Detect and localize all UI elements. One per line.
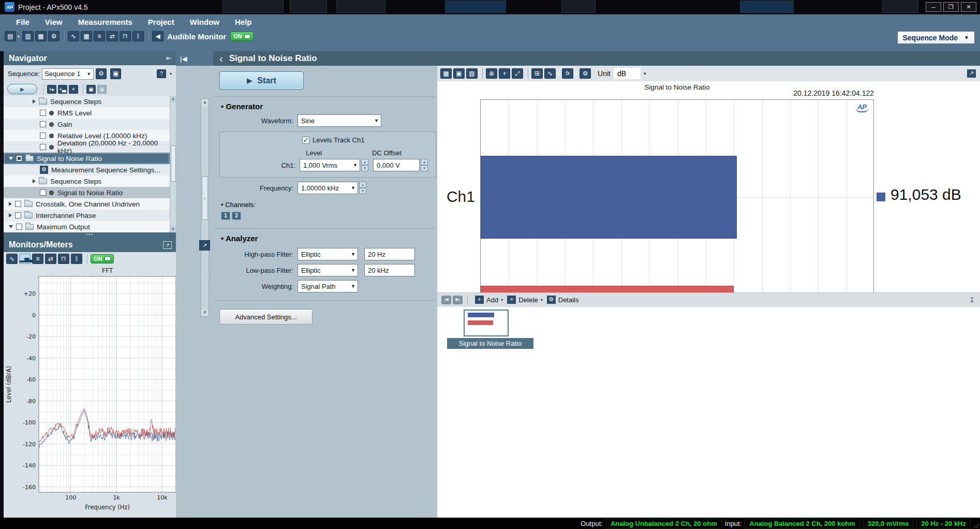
chevron-down-icon[interactable]: ▾ xyxy=(575,71,577,76)
tree-item[interactable]: Sequence Steps xyxy=(4,96,170,107)
popout-settings-icon[interactable]: ↗ xyxy=(199,240,210,251)
tree-item[interactable]: Gain xyxy=(4,119,170,130)
first-result-icon[interactable]: |◀ xyxy=(441,296,451,304)
audible-monitor-toggle[interactable]: ON xyxy=(230,32,254,41)
lp-filter-select[interactable]: Elliptic ▼ xyxy=(298,264,358,276)
scroll-up-icon[interactable]: ▲ xyxy=(170,96,176,102)
fx-icon[interactable]: fx xyxy=(562,68,573,79)
collapse-icon[interactable] xyxy=(9,157,13,160)
popout-graph-icon[interactable]: ↗ xyxy=(967,69,976,78)
details-button[interactable]: ⚙ Details xyxy=(547,296,579,304)
add-sequence-step-icon[interactable]: +▸ xyxy=(47,85,56,94)
tree-checkbox[interactable] xyxy=(16,224,22,230)
scroll-down-icon[interactable]: ▼ xyxy=(201,309,209,316)
project-settings-icon[interactable]: ⚙ xyxy=(48,31,60,41)
tree-checkbox[interactable] xyxy=(40,144,46,150)
panel-splitter[interactable]: ••• xyxy=(4,232,176,238)
list-monitor-icon[interactable]: ≡ xyxy=(32,254,43,264)
scrollbar-thumb[interactable] xyxy=(171,145,176,182)
close-button[interactable]: ✕ xyxy=(961,2,976,12)
graph-settings-icon[interactable]: ⚙ xyxy=(580,68,591,79)
sequence-lock-icon[interactable]: ▣ xyxy=(110,68,121,79)
tree-checkbox[interactable] xyxy=(40,121,46,127)
minimize-button[interactable]: ─ xyxy=(926,2,941,12)
pulse-icon[interactable]: ⊓ xyxy=(120,31,131,41)
save-graph-icon[interactable]: ▦ xyxy=(440,68,452,79)
tree-item[interactable]: Signal to Noise Ratio xyxy=(4,187,170,198)
result-thumbnail-label[interactable]: Signal to Noise Ratio xyxy=(447,338,533,349)
tree-item[interactable]: Deviation (20,0000 Hz - 20,0000 kHz) xyxy=(4,141,170,153)
popout-icon[interactable]: ↗ xyxy=(163,241,172,249)
dc-offset-field[interactable]: 0,000 V xyxy=(373,159,420,171)
transfer-monitor-icon[interactable]: ⇄ xyxy=(45,254,56,264)
bluetooth-monitor-icon[interactable]: ᛒ xyxy=(71,254,82,264)
frequency-select[interactable]: 1,00000 kHz ▼ xyxy=(298,182,358,194)
generator-level-status[interactable]: 320,0 mVrms xyxy=(863,519,914,528)
add-result-button[interactable]: + Add ▾ xyxy=(475,296,503,304)
weighting-select[interactable]: Signal Path ▼ xyxy=(298,280,358,292)
sequence-select[interactable]: Sequence 1 ▼ xyxy=(42,68,94,80)
scroll-up-icon[interactable]: ▲ xyxy=(201,99,209,106)
expand-icon[interactable] xyxy=(33,179,36,183)
menu-item-view[interactable]: View xyxy=(37,18,70,26)
data-table-icon[interactable]: ⊞ xyxy=(531,68,543,79)
fft-monitor-icon[interactable]: ▂▅▃ xyxy=(19,254,31,264)
last-result-icon[interactable]: ▶| xyxy=(453,296,463,304)
tree-item[interactable]: ⚙Measurement Sequence Settings... xyxy=(4,164,170,175)
bluetooth-icon[interactable]: ᛒ xyxy=(132,31,144,41)
scope-monitor-icon[interactable]: ∿ xyxy=(6,254,18,264)
collapse-icon[interactable] xyxy=(9,225,13,228)
tree-item[interactable]: Maximum Output xyxy=(4,221,170,232)
tree-checkbox[interactable] xyxy=(15,201,21,207)
transfer-icon[interactable]: ⇄ xyxy=(107,31,118,41)
lp-freq-field[interactable]: 20 kHz xyxy=(364,264,415,276)
expand-icon[interactable] xyxy=(33,99,36,104)
pulse-monitor-icon[interactable]: ⊓ xyxy=(58,254,69,264)
monitors-on-toggle[interactable]: ON xyxy=(91,254,114,263)
hp-freq-field[interactable]: 20 Hz xyxy=(364,248,415,260)
resize-grip[interactable] xyxy=(974,523,979,528)
print-graph-icon[interactable]: ▨ xyxy=(466,68,478,79)
sequence-settings-icon[interactable]: ⚙ xyxy=(96,68,107,79)
tree-checkbox[interactable] xyxy=(40,189,46,196)
tree-checkbox[interactable] xyxy=(40,110,46,116)
channel-2-button[interactable]: 2 xyxy=(232,212,241,220)
hp-filter-select[interactable]: Elliptic ▼ xyxy=(298,248,358,260)
audible-monitor-icon[interactable]: ◀ xyxy=(152,31,164,41)
ch1-level-select[interactable]: 1,000 Vrms ▼ xyxy=(300,159,360,171)
copy-step-icon[interactable]: ▣ xyxy=(86,85,96,94)
scroll-down-icon[interactable]: ▼ xyxy=(170,226,176,232)
bandwidth-status[interactable]: 20 Hz - 20 kHz xyxy=(916,519,971,528)
menu-item-measurements[interactable]: Measurements xyxy=(70,18,140,26)
tree-item[interactable]: Crosstalk, One Channel Undriven xyxy=(4,198,170,210)
new-project-icon[interactable]: ▤ xyxy=(5,31,16,41)
sequencer-icon[interactable]: ≡ xyxy=(94,31,105,41)
chevron-down-icon[interactable]: ▾ xyxy=(18,34,20,39)
fit-graph-icon[interactable]: ⤢ xyxy=(512,68,523,79)
input-config[interactable]: Analog Balanced 2 Ch, 200 kohm xyxy=(745,519,859,528)
levels-track-checkbox[interactable]: ✓ xyxy=(302,137,309,144)
meters-icon[interactable]: ▦ xyxy=(81,31,92,41)
help-icon[interactable]: ? xyxy=(157,69,166,78)
advanced-settings-button[interactable]: Advanced Settings... xyxy=(219,309,313,325)
open-project-icon[interactable]: ▥ xyxy=(22,31,34,41)
menu-item-project[interactable]: Project xyxy=(140,18,182,26)
add-measurement-icon[interactable]: +▃ xyxy=(58,85,67,94)
collapse-panel-icon[interactable]: ⇤ xyxy=(166,54,172,62)
settings-scrollbar[interactable]: ▲ ≡ ▼ xyxy=(201,98,209,317)
pan-icon[interactable]: + xyxy=(499,68,510,79)
tree-item[interactable]: Sequence Steps xyxy=(4,175,170,187)
ch1-level-stepper[interactable]: ▲▼ xyxy=(361,159,368,171)
expand-icon[interactable] xyxy=(9,202,12,206)
dock-icon[interactable]: ↧ xyxy=(969,296,975,304)
dc-offset-stepper[interactable]: ▲▼ xyxy=(421,159,428,171)
signal-monitor-icon[interactable]: ∿ xyxy=(68,31,79,41)
back-icon[interactable]: ‹ xyxy=(219,53,223,64)
delete-result-button[interactable]: × Delete ▾ xyxy=(507,296,543,304)
channel-1-button[interactable]: 1 xyxy=(221,212,230,220)
graph-type-icon[interactable]: ∿ xyxy=(544,68,556,79)
zoom-icon[interactable]: ⊕ xyxy=(486,68,497,79)
start-button[interactable]: ▶ Start xyxy=(219,71,304,90)
maximize-button[interactable]: ❐ xyxy=(943,2,959,12)
frequency-stepper[interactable]: ▲▼ xyxy=(359,182,366,194)
